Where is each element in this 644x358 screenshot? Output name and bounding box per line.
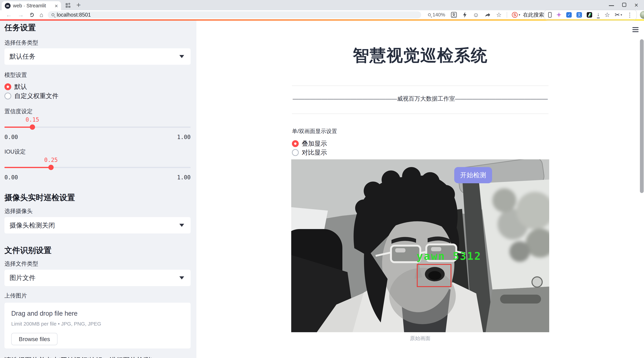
radio-label: 默认 xyxy=(14,83,27,91)
model-radio-custom-weights[interactable]: 自定义权重文件 xyxy=(4,92,191,100)
profile-avatar[interactable] xyxy=(640,11,644,19)
back-icon[interactable]: ← xyxy=(6,12,12,18)
sidebar-hint-text: 请选择图片并点击'开始运行'按钮，进行图片检测! xyxy=(4,355,191,358)
start-detection-button[interactable]: 开始检测 xyxy=(454,167,492,183)
zoom-magnifier-icon xyxy=(428,13,431,16)
slider-min: 0.00 xyxy=(4,174,18,181)
download-icon[interactable]: ↓ xyxy=(597,12,600,18)
browser-toolbar: ← → ⌂ localhost:8501 140% 文 ☺ ☆ S▾ 在此搜索 … xyxy=(0,10,644,19)
radio-unselected-icon xyxy=(4,93,11,99)
door-panel xyxy=(486,287,549,332)
file-type-select[interactable]: 图片文件 xyxy=(4,270,191,286)
extensions-bar: ✓ 文 ↓ ☆ ✂▾ ⋮ xyxy=(544,10,637,20)
url-text[interactable]: localhost:8501 xyxy=(57,12,91,18)
stubble xyxy=(389,268,456,324)
chevron-down-icon xyxy=(179,276,184,279)
confidence-slider-label: 置信度设定 xyxy=(4,108,191,115)
image-caption: 原始画面 xyxy=(292,335,548,342)
search-here-label[interactable]: 在此搜索 xyxy=(523,11,544,19)
radio-label: 自定义权重文件 xyxy=(14,92,58,100)
chevron-down-icon xyxy=(179,55,184,58)
window-maximize-button[interactable] xyxy=(622,3,626,8)
zoom-indicator[interactable]: 140% xyxy=(428,12,445,18)
translate-extension-icon[interactable]: 文 xyxy=(576,12,582,18)
browser-window: web · Streamlit × + × ← → ⌂ localhost:85… xyxy=(0,0,644,358)
tab-close-icon[interactable]: × xyxy=(54,3,58,9)
detection-image: yawn 5312 xyxy=(291,159,549,332)
lightning-icon[interactable] xyxy=(462,12,467,18)
address-bar[interactable]: localhost:8501 xyxy=(48,11,421,19)
slider-value: 0.15 xyxy=(26,116,39,123)
reload-icon[interactable] xyxy=(30,13,34,17)
iou-slider: 0.25 0.00 1.00 xyxy=(4,157,191,181)
phone-icon[interactable] xyxy=(548,12,552,18)
display-radio-overlay[interactable]: 叠加显示 xyxy=(292,139,548,148)
slider-value: 0.25 xyxy=(44,157,58,163)
slider-fill xyxy=(4,127,32,128)
task-type-value: 默认任务 xyxy=(10,52,36,61)
radio-selected-icon xyxy=(292,140,299,147)
radio-selected-icon xyxy=(4,83,11,90)
browser-tab-strip: web · Streamlit × + × xyxy=(0,0,644,10)
slider-thumb[interactable] xyxy=(48,165,54,170)
glasses-left-lens xyxy=(391,246,420,262)
tab-title: web · Streamlit xyxy=(13,3,52,9)
file-settings-heading: 文件识别设置 xyxy=(4,245,191,255)
slider-fill xyxy=(4,167,51,168)
door-lock-knob xyxy=(532,277,542,287)
radio-label: 对比显示 xyxy=(302,148,327,157)
browse-files-button[interactable]: Browse files xyxy=(11,333,58,345)
window-minimize-button[interactable] xyxy=(609,4,614,7)
slider-thumb[interactable] xyxy=(30,124,35,130)
detection-label: yawn 5312 xyxy=(416,250,482,262)
page-title: 智慧视觉巡检系统 xyxy=(292,45,548,65)
bookmark-star-icon[interactable]: ☆ xyxy=(496,12,502,18)
reader-smiley-icon[interactable]: ☺ xyxy=(473,12,479,18)
display-radio-compare[interactable]: 对比显示 xyxy=(292,148,548,157)
share-icon[interactable] xyxy=(485,13,490,17)
page-scrollbar[interactable] xyxy=(640,39,644,193)
task-type-label: 选择任务类型 xyxy=(4,39,191,47)
search-engine-icon[interactable]: S▾ xyxy=(512,12,520,18)
dropzone-limit-text: Limit 200MB per file • JPG, PNG, JPEG xyxy=(11,321,186,327)
home-icon[interactable]: ⌂ xyxy=(40,12,43,18)
streamlit-favicon-icon xyxy=(5,3,10,9)
model-radio-default[interactable]: 默认 xyxy=(4,83,191,91)
app-menu-icon[interactable] xyxy=(632,27,638,33)
camera-select-label: 选择摄像头 xyxy=(4,207,191,215)
search-icon xyxy=(52,13,54,16)
camera-select[interactable]: 摄像头检测关闭 xyxy=(4,217,191,234)
new-tab-button[interactable]: + xyxy=(76,1,81,9)
task-settings-heading: 任务设置 xyxy=(4,23,191,33)
check-extension-icon[interactable]: ✓ xyxy=(566,12,572,18)
window-close-button[interactable]: × xyxy=(634,2,638,8)
file-type-value: 图片文件 xyxy=(10,273,36,282)
camera-select-value: 摄像头检测关闭 xyxy=(10,221,55,230)
tab-groups-icon[interactable] xyxy=(65,3,71,9)
chevron-down-icon xyxy=(179,224,184,227)
upload-label: 上传图片 xyxy=(4,292,191,300)
translate-icon[interactable]: 文 xyxy=(451,12,457,18)
slider-max: 1.00 xyxy=(177,174,191,181)
star-extension-icon[interactable]: ☆ xyxy=(604,12,610,18)
radio-unselected-icon xyxy=(292,149,299,156)
door-handle xyxy=(500,295,541,303)
dropzone-text: Drag and drop file here xyxy=(11,310,186,317)
zoom-level: 140% xyxy=(432,12,445,18)
forward-icon[interactable]: → xyxy=(18,12,24,18)
display-mode-label: 单/双画面显示设置 xyxy=(292,128,548,135)
file-type-label: 选择文件类型 xyxy=(4,260,191,268)
radio-label: 叠加显示 xyxy=(302,139,327,148)
dark-extension-icon[interactable] xyxy=(587,12,592,18)
extensions-menu-icon[interactable]: ⋮ xyxy=(627,12,633,18)
studio-byline: ——————————————————威视百万大数据工作室————————————… xyxy=(292,95,548,103)
divider-line xyxy=(292,114,548,114)
task-type-select[interactable]: 默认任务 xyxy=(4,48,191,65)
main-content: 智慧视觉巡检系统 ——————————————————威视百万大数据工作室———… xyxy=(196,21,644,358)
sidebar: 任务设置 选择任务类型 默认任务 模型设置 默认 自定义权重文件 置信度设定 0… xyxy=(0,21,196,358)
iou-slider-label: IOU设定 xyxy=(4,148,191,156)
sparkle-extension-icon[interactable] xyxy=(556,12,562,18)
browser-tab[interactable]: web · Streamlit × xyxy=(2,1,61,10)
file-dropzone[interactable]: Drag and drop file here Limit 200MB per … xyxy=(4,303,191,348)
screenshot-scissors-icon[interactable]: ✂▾ xyxy=(615,12,622,18)
